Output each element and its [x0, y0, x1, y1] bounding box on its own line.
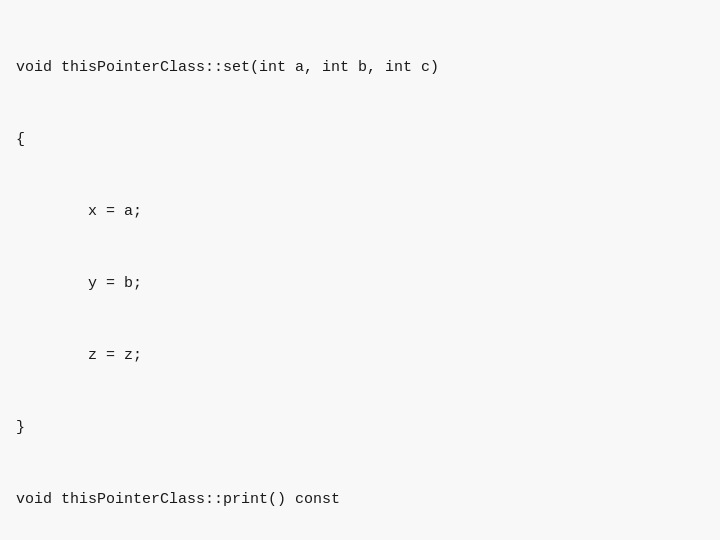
code-line-3: x = a; [16, 200, 704, 224]
code-block: void thisPointerClass::set(int a, int b,… [16, 8, 704, 540]
code-container: void thisPointerClass::set(int a, int b,… [0, 0, 720, 540]
code-line-2: { [16, 128, 704, 152]
code-line-7: void thisPointerClass::print() const [16, 488, 704, 512]
code-line-6: } [16, 416, 704, 440]
code-line-1: void thisPointerClass::set(int a, int b,… [16, 56, 704, 80]
code-line-4: y = b; [16, 272, 704, 296]
code-line-5: z = z; [16, 344, 704, 368]
